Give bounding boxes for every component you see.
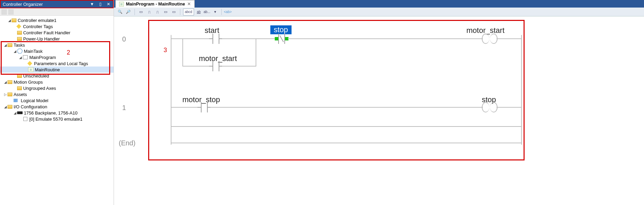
wire <box>182 66 209 67</box>
branch-level-tool-icon[interactable]: ⎍ <box>154 9 161 15</box>
folder-icon <box>17 37 22 41</box>
right-power-rail <box>521 35 522 145</box>
tree-controller-root[interactable]: ◢ Controller emulate1 <box>0 17 114 23</box>
expander-icon[interactable]: ◢ <box>3 80 8 84</box>
zoom-in-icon[interactable]: 🔍 <box>117 9 124 15</box>
ladder-editor[interactable]: 3 0 start <box>114 16 644 205</box>
tree-slot0[interactable]: [0] Emulate 5570 emulate1 <box>0 116 114 122</box>
expander-icon[interactable]: ◢ <box>13 49 17 53</box>
expander-icon[interactable]: ◢ <box>3 43 8 47</box>
ote-coil-stop[interactable] <box>482 102 498 112</box>
annotation-number-2: 2 <box>67 49 70 56</box>
tree-label: Assets <box>14 92 27 97</box>
tree-label: Power-Up Handler <box>23 36 60 41</box>
annotation-number-3: 3 <box>164 47 167 54</box>
tag-label-stop-selected[interactable]: stop <box>270 25 292 34</box>
tree-mainprogram[interactable]: ◢ MainProgram <box>0 54 114 60</box>
expander-icon[interactable]: ◢ <box>13 111 17 115</box>
tree-assets[interactable]: ▷ Assets <box>0 91 114 97</box>
tree-label: Tasks <box>14 43 25 48</box>
ote-coil-motor-start[interactable] <box>482 34 498 44</box>
ladder-toolbar: 🔍 🔎 ▭ ⎍ ⎍ ▭ ▭ abcd ab ab... ▾ <ab> <box>114 8 644 16</box>
wire <box>256 38 256 66</box>
backplane-icon <box>17 110 23 115</box>
tree-tasks[interactable]: ◢ Tasks <box>0 42 114 48</box>
tree-label: [0] Emulate 5570 emulate1 <box>29 117 82 122</box>
project-tree[interactable]: ◢ Controller emulate1 Controller Tags Co… <box>0 16 114 205</box>
tree-ungrouped-axes[interactable]: Ungrouped Axes <box>0 85 114 91</box>
instruction-tool-icon[interactable]: ▭ <box>162 9 169 15</box>
tree-backplane[interactable]: ◢ 1756 Backplane, 1756-A10 <box>0 110 114 116</box>
tree-label: Controller emulate1 <box>18 18 56 23</box>
xic-contact-stop[interactable] <box>275 34 288 44</box>
tag-icon <box>16 24 21 29</box>
tree-fault-handler[interactable]: Controller Fault Handler <box>0 29 114 36</box>
wire <box>497 38 521 39</box>
panel-title: Controller Organizer <box>3 2 90 7</box>
left-power-rail <box>171 35 171 145</box>
toolbar-button-1[interactable] <box>1 9 7 15</box>
tree-unscheduled[interactable]: Unscheduled <box>0 73 114 79</box>
tree-power-up-handler[interactable]: Power-Up Handler <box>0 36 114 42</box>
tree-params-local-tags[interactable]: Parameters and Local Tags <box>0 60 114 67</box>
abcd-button[interactable]: abcd <box>183 9 194 15</box>
tree-logical-model[interactable]: Logical Model <box>0 97 114 104</box>
tree-maintask[interactable]: ◢ MainTask <box>0 48 114 54</box>
wire <box>256 38 276 39</box>
tree-mainroutine[interactable]: MainRoutine <box>0 67 114 73</box>
tree-label: Controller Tags <box>23 24 53 29</box>
tree-label: MainTask <box>24 49 43 54</box>
wire <box>210 107 483 108</box>
ab-ellipsis-button[interactable]: ab... <box>204 9 210 15</box>
expander-icon[interactable]: ▷ <box>3 93 8 96</box>
ab-brackets-button[interactable]: <ab> <box>224 9 231 15</box>
tree-label: MainRoutine <box>35 67 60 72</box>
ab-frac-button[interactable]: ab <box>195 9 202 15</box>
tree-io-config[interactable]: ◢ I/O Configuration <box>0 104 114 110</box>
tree-label: I/O Configuration <box>14 104 47 109</box>
wire <box>222 66 256 67</box>
wire <box>497 107 521 108</box>
task-icon <box>17 49 23 53</box>
tree-label: 1756 Backplane, 1756-A10 <box>24 110 78 116</box>
tree-label: Logical Model <box>21 98 48 103</box>
xio-contact-start[interactable] <box>209 34 223 44</box>
expander-icon[interactable]: ◢ <box>3 105 8 109</box>
xio-contact-motor-stop[interactable] <box>197 102 211 112</box>
wire <box>222 38 256 39</box>
panel-close-icon[interactable]: ✕ <box>106 2 111 7</box>
folder-icon <box>17 86 22 90</box>
folder-icon <box>12 19 16 22</box>
slot-icon <box>23 117 28 121</box>
folder-icon <box>8 80 12 84</box>
tab-close-icon[interactable]: ✕ <box>187 1 191 7</box>
panel-pin-icon[interactable]: ▯ <box>98 2 103 7</box>
tree-motion-groups[interactable]: ◢ Motion Groups <box>0 79 114 85</box>
editor-tab-mainroutine[interactable]: MainProgram - MainRoutine ✕ <box>115 0 195 8</box>
tree-label: Controller Fault Handler <box>23 30 70 35</box>
instruction-tool2-icon[interactable]: ▭ <box>170 9 177 15</box>
wire <box>171 143 522 143</box>
rung-number-0: 0 <box>122 35 126 43</box>
routine-icon <box>119 2 124 6</box>
routine-icon <box>28 67 34 72</box>
dropdown-icon[interactable]: ▾ <box>212 9 219 15</box>
xio-contact-motor-start-seal[interactable] <box>209 61 223 71</box>
panel-header: Controller Organizer ▼ ▯ ✕ <box>0 0 114 8</box>
folder-icon <box>17 31 22 35</box>
expander-icon[interactable]: ◢ <box>8 19 12 22</box>
branch-tool-icon[interactable]: ⎍ <box>146 9 153 15</box>
rung-tool-icon[interactable]: ▭ <box>138 9 144 15</box>
annotation-box-ladder <box>148 20 525 160</box>
wire <box>182 38 210 39</box>
tree-label: Ungrouped Axes <box>23 86 56 91</box>
tree-controller-tags[interactable]: Controller Tags <box>0 23 114 29</box>
panel-dropdown-icon[interactable]: ▼ <box>90 2 94 7</box>
tag-icon <box>27 61 32 66</box>
tree-label: Unscheduled <box>23 73 49 79</box>
expander-icon[interactable]: ◢ <box>18 56 23 59</box>
toolbar-button-2[interactable] <box>8 9 14 15</box>
panel-window-controls: ▼ ▯ ✕ <box>90 2 113 7</box>
zoom-out-icon[interactable]: 🔎 <box>125 9 132 15</box>
editor-panel: MainProgram - MainRoutine ✕ 🔍 🔎 ▭ ⎍ ⎍ ▭ … <box>114 0 644 205</box>
